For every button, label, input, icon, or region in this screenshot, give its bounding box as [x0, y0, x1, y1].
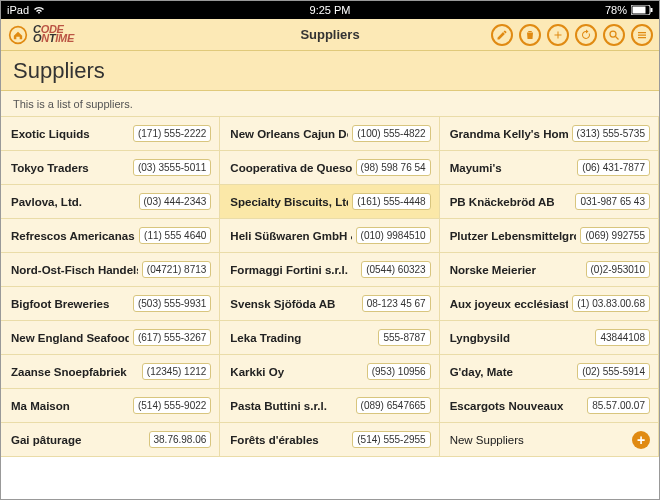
supplier-phone: (953) 10956	[367, 363, 431, 380]
supplier-phone: (617) 555-3267	[133, 329, 211, 346]
supplier-name: Norske Meierier	[450, 264, 582, 276]
supplier-cell[interactable]: Ma Maison(514) 555-9022	[1, 389, 220, 423]
supplier-cell[interactable]: Lyngbysild43844108	[440, 321, 659, 355]
supplier-cell[interactable]: Pavlova, Ltd.(03) 444-2343	[1, 185, 220, 219]
supplier-name: Mayumi's	[450, 162, 574, 174]
supplier-cell[interactable]: Escargots Nouveaux85.57.00.07	[440, 389, 659, 423]
svg-line-5	[616, 36, 619, 39]
supplier-cell[interactable]: Grandma Kelly's Homestead(313) 555-5735	[440, 117, 659, 151]
svg-rect-8	[638, 37, 646, 38]
status-bar: iPad 9:25 PM 78%	[1, 1, 659, 19]
supplier-phone: (1) 03.83.00.68	[572, 295, 650, 312]
supplier-cell[interactable]: Bigfoot Breweries(503) 555-9931	[1, 287, 220, 321]
supplier-phone: 38.76.98.06	[149, 431, 212, 448]
supplier-phone: (514) 555-2955	[352, 431, 430, 448]
supplier-phone: (161) 555-4448	[352, 193, 430, 210]
page-title-bar: Suppliers	[1, 51, 659, 91]
supplier-phone: 08-123 45 67	[362, 295, 431, 312]
supplier-cell[interactable]: Refrescos Americanas LTDA(11) 555 4640	[1, 219, 220, 253]
supplier-name: Grandma Kelly's Homestead	[450, 128, 568, 140]
supplier-phone: (503) 555-9931	[133, 295, 211, 312]
supplier-phone: (069) 992755	[580, 227, 650, 244]
home-button[interactable]	[7, 24, 29, 46]
supplier-phone: (11) 555 4640	[139, 227, 211, 244]
app-toolbar: CODE ONTIME Suppliers	[1, 19, 659, 51]
supplier-cell[interactable]: Plutzer Lebensmittelgroßmär(069) 992755	[440, 219, 659, 253]
supplier-name: Karkki Oy	[230, 366, 362, 378]
supplier-name: Heli Süßwaren GmbH & Co.	[230, 230, 351, 242]
supplier-name: Ma Maison	[11, 400, 129, 412]
supplier-phone: (089) 6547665	[356, 397, 431, 414]
supplier-cell[interactable]: Karkki Oy(953) 10956	[220, 355, 439, 389]
edit-button[interactable]	[491, 24, 513, 46]
clock: 9:25 PM	[310, 4, 351, 16]
supplier-phone: (010) 9984510	[356, 227, 431, 244]
supplier-cell[interactable]: Aux joyeux ecclésiastiques(1) 03.83.00.6…	[440, 287, 659, 321]
supplier-name: Escargots Nouveaux	[450, 400, 584, 412]
new-supplier-cell[interactable]: New Suppliers+	[440, 423, 659, 457]
refresh-button[interactable]	[575, 24, 597, 46]
battery-icon	[631, 5, 653, 15]
supplier-cell[interactable]: G'day, Mate(02) 555-5914	[440, 355, 659, 389]
supplier-cell[interactable]: Svensk Sjöföda AB08-123 45 67	[220, 287, 439, 321]
supplier-name: Aux joyeux ecclésiastiques	[450, 298, 569, 310]
supplier-phone: (06) 431-7877	[577, 159, 650, 176]
supplier-cell[interactable]: New Orleans Cajun Delights(100) 555-4822	[220, 117, 439, 151]
supplier-grid: Exotic Liquids(171) 555-2222New Orleans …	[1, 117, 659, 457]
supplier-cell[interactable]: Pasta Buttini s.r.l.(089) 6547665	[220, 389, 439, 423]
supplier-name: New Orleans Cajun Delights	[230, 128, 348, 140]
supplier-phone: 85.57.00.07	[587, 397, 650, 414]
supplier-cell[interactable]: PB Knäckebröd AB031-987 65 43	[440, 185, 659, 219]
svg-rect-7	[638, 34, 646, 35]
appbar-title: Suppliers	[300, 27, 359, 42]
search-button[interactable]	[603, 24, 625, 46]
supplier-name: PB Knäckebröd AB	[450, 196, 572, 208]
svg-rect-2	[651, 8, 653, 12]
supplier-cell[interactable]: Leka Trading555-8787	[220, 321, 439, 355]
supplier-name: Leka Trading	[230, 332, 374, 344]
app-logo: CODE ONTIME	[33, 25, 74, 44]
add-button[interactable]	[547, 24, 569, 46]
plus-icon: +	[632, 431, 650, 449]
supplier-cell[interactable]: Forêts d'érables(514) 555-2955	[220, 423, 439, 457]
supplier-name: Nord-Ost-Fisch Handelsgesel	[11, 264, 138, 276]
menu-button[interactable]	[631, 24, 653, 46]
supplier-cell[interactable]: Mayumi's(06) 431-7877	[440, 151, 659, 185]
supplier-cell[interactable]: Gai pâturage38.76.98.06	[1, 423, 220, 457]
supplier-name: Plutzer Lebensmittelgroßmär	[450, 230, 577, 242]
supplier-phone: 555-8787	[378, 329, 430, 346]
supplier-name: Bigfoot Breweries	[11, 298, 129, 310]
supplier-name: New England Seafood Cann	[11, 332, 129, 344]
supplier-cell[interactable]: Nord-Ost-Fisch Handelsgesel(04721) 8713	[1, 253, 220, 287]
supplier-phone: 031-987 65 43	[575, 193, 650, 210]
supplier-name: Pavlova, Ltd.	[11, 196, 135, 208]
supplier-phone: (0)2-953010	[586, 261, 650, 278]
supplier-cell[interactable]: Heli Süßwaren GmbH & Co.(010) 9984510	[220, 219, 439, 253]
supplier-cell[interactable]: Formaggi Fortini s.r.l.(0544) 60323	[220, 253, 439, 287]
new-supplier-label: New Suppliers	[450, 434, 632, 446]
supplier-name: Forêts d'érables	[230, 434, 348, 446]
supplier-name: Refrescos Americanas LTDA	[11, 230, 135, 242]
delete-button[interactable]	[519, 24, 541, 46]
supplier-name: G'day, Mate	[450, 366, 574, 378]
supplier-name: Cooperativa de Quesos 'Las	[230, 162, 351, 174]
supplier-name: Zaanse Snoepfabriek	[11, 366, 138, 378]
supplier-name: Formaggi Fortini s.r.l.	[230, 264, 357, 276]
supplier-phone: (02) 555-5914	[577, 363, 650, 380]
supplier-name: Exotic Liquids	[11, 128, 129, 140]
supplier-cell[interactable]: Norske Meierier(0)2-953010	[440, 253, 659, 287]
supplier-cell[interactable]: Cooperativa de Quesos 'Las(98) 598 76 54	[220, 151, 439, 185]
supplier-phone: (04721) 8713	[142, 261, 212, 278]
svg-rect-1	[633, 7, 646, 14]
supplier-name: Svensk Sjöföda AB	[230, 298, 357, 310]
supplier-cell[interactable]: Zaanse Snoepfabriek(12345) 1212	[1, 355, 220, 389]
supplier-cell[interactable]: Specialty Biscuits, Ltd.(161) 555-4448	[220, 185, 439, 219]
supplier-cell[interactable]: Tokyo Traders(03) 3555-5011	[1, 151, 220, 185]
supplier-name: Lyngbysild	[450, 332, 592, 344]
supplier-phone: (514) 555-9022	[133, 397, 211, 414]
supplier-cell[interactable]: New England Seafood Cann(617) 555-3267	[1, 321, 220, 355]
supplier-cell[interactable]: Exotic Liquids(171) 555-2222	[1, 117, 220, 151]
wifi-icon	[33, 5, 45, 15]
svg-rect-6	[638, 32, 646, 33]
battery-label: 78%	[605, 4, 627, 16]
